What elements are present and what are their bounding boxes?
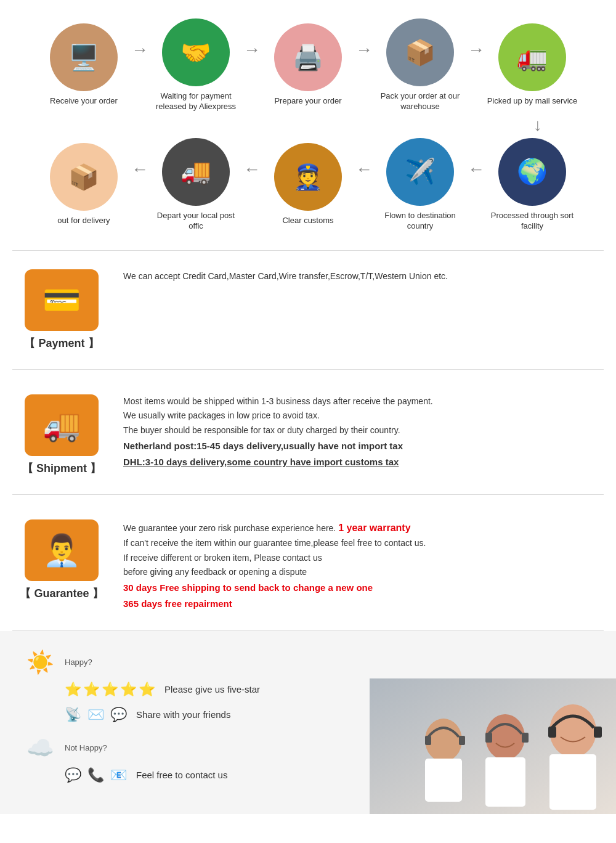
share-row: 📡 ✉️ 💬 Share with your friends (25, 707, 591, 723)
guarantee-line4: before giving any feedback or opening a … (123, 567, 307, 577)
not-happy-row: ☁️ Not Happy? (25, 735, 591, 761)
arrow-left-2: ← (243, 160, 261, 179)
arrow-left-3: ← (355, 160, 373, 179)
guarantee-red1: 30 days Free shipping to send back to ch… (123, 582, 373, 593)
star-icons: ⭐ ⭐ ⭐ ⭐ ⭐ (65, 682, 155, 698)
shipment-section: 🚚 【 Shipment 】 Most items would be shipp… (0, 376, 616, 494)
shipment-content: Most items would be shipped within 1-3 b… (123, 394, 598, 470)
happy-label: Happy? (65, 658, 92, 667)
arrow-down: ↓ (12, 115, 604, 135)
process-icon-7: 🚚 (162, 138, 230, 206)
contact-row: 💬 📞 📧 Feel free to contact us (25, 767, 591, 783)
guarantee-icon: 👨‍💼 (25, 519, 99, 581)
process-section: 🖥️ Receive your order → 🤝 Waiting for pa… (0, 0, 616, 238)
share-icon-1: 📡 (65, 707, 81, 723)
guarantee-content: We guarantee your zero risk purchase exp… (123, 519, 598, 612)
process-item-2: 🤝 Waiting for payment released by Aliexp… (150, 18, 242, 112)
process-icon-9: ✈️ (386, 138, 454, 206)
arrow-left-1: ← (131, 160, 148, 179)
process-label-3: Prepare your order (274, 96, 341, 107)
star-text: Please give us five-star (164, 684, 260, 694)
shipment-icon-block: 🚚 【 Shipment 】 (18, 394, 105, 476)
contact-icons: 💬 📞 📧 (65, 767, 127, 783)
feedback-left: ☀️ Happy? ⭐ ⭐ ⭐ ⭐ ⭐ Please give us five-… (25, 650, 591, 796)
payment-section: 💳 【 Payment 】 We can accept Credit Card,… (0, 251, 616, 369)
process-icon-6: 📦 (50, 143, 118, 211)
share-icon-3: 💬 (110, 707, 127, 723)
process-row-1: 🖥️ Receive your order → 🤝 Waiting for pa… (12, 18, 604, 112)
shipment-icon: 🚚 (25, 394, 99, 456)
process-label-4: Pack your order at our warehouse (374, 91, 466, 112)
shipment-line4: Netherland post:15-45 days delivery,usua… (123, 441, 403, 451)
contact-text: Feel free to contact us (136, 770, 227, 780)
guarantee-line3: If receive different or broken item, Ple… (123, 553, 322, 563)
process-label-6: out for delivery (57, 216, 110, 226)
process-label-8: Clear customs (282, 216, 333, 226)
payment-icon: 💳 (25, 269, 99, 331)
process-item-1: 🖥️ Receive your order (38, 23, 130, 107)
payment-label: 【 Payment 】 (24, 336, 99, 351)
feedback-section: ☀️ Happy? ⭐ ⭐ ⭐ ⭐ ⭐ Please give us five-… (0, 631, 616, 814)
process-item-6: 📦 out for delivery (38, 143, 130, 226)
process-item-4: 📦 Pack your order at our warehouse (374, 18, 466, 112)
process-item-5: 🚛 Picked up by mail service (486, 23, 578, 107)
arrow-right-3: → (355, 40, 373, 60)
payment-content: We can accept Credit Card,Master Card,Wi… (123, 269, 598, 284)
process-label-2: Waiting for payment released by Aliexpre… (150, 91, 242, 112)
process-item-8: 👮 Clear customs (262, 143, 354, 226)
star-3: ⭐ (102, 682, 118, 698)
svg-rect-13 (594, 727, 602, 738)
shipment-line3: The buyer should be responsible for tax … (123, 425, 400, 435)
payment-text: We can accept Credit Card,Master Card,Wi… (123, 271, 448, 281)
process-label-1: Receive your order (50, 96, 118, 107)
star-1: ⭐ (65, 682, 81, 698)
process-label-5: Picked up by mail service (487, 96, 578, 107)
contact-icon-3: 📧 (110, 767, 127, 783)
arrow-right-4: → (468, 40, 485, 60)
guarantee-line2: If can't receive the item within our gua… (123, 538, 426, 548)
shipment-line2: We usually write packages in low price t… (123, 410, 320, 420)
share-icon-2: ✉️ (87, 707, 104, 723)
process-label-9: Flown to destination country (374, 211, 466, 232)
process-icon-1: 🖥️ (50, 23, 118, 91)
process-item-9: ✈️ Flown to destination country (374, 138, 466, 232)
guarantee-label: 【 Guarantee 】 (20, 586, 103, 601)
contact-icon-1: 💬 (65, 767, 81, 783)
not-happy-cloud-icon: ☁️ (25, 735, 55, 761)
process-icon-3: 🖨️ (274, 23, 342, 91)
guarantee-section: 👨‍💼 【 Guarantee 】 We guarantee your zero… (0, 501, 616, 630)
guarantee-icon-block: 👨‍💼 【 Guarantee 】 (18, 519, 105, 601)
process-item-7: 🚚 Depart your local post offic (150, 138, 242, 232)
star-5: ⭐ (139, 682, 155, 698)
guarantee-intro: We guarantee your zero risk purchase exp… (123, 523, 336, 533)
guarantee-warranty: 1 year warranty (338, 523, 410, 533)
star-2: ⭐ (83, 682, 100, 698)
shipment-line1: Most items would be shipped within 1-3 b… (123, 396, 433, 406)
arrow-right-1: → (131, 40, 148, 60)
star-4: ⭐ (120, 682, 137, 698)
stars-row: ⭐ ⭐ ⭐ ⭐ ⭐ Please give us five-star (25, 682, 591, 698)
process-icon-4: 📦 (386, 18, 454, 86)
guarantee-red2: 365 days free repairment (123, 598, 232, 609)
process-icon-5: 🚛 (498, 23, 566, 91)
process-item-10: 🌍 Processed through sort facility (486, 138, 578, 232)
process-label-7: Depart your local post offic (150, 211, 242, 232)
process-icon-10: 🌍 (498, 138, 566, 206)
process-row-2: 📦 out for delivery ← 🚚 Depart your local… (12, 138, 604, 232)
process-item-3: 🖨️ Prepare your order (262, 23, 354, 107)
shipment-line5: DHL:3-10 days delivery,some country have… (123, 457, 399, 467)
happy-sun-icon: ☀️ (25, 650, 55, 675)
arrow-left-4: ← (468, 160, 485, 179)
process-icon-8: 👮 (274, 143, 342, 211)
shipment-label: 【 Shipment 】 (22, 461, 101, 476)
process-label-10: Processed through sort facility (486, 211, 578, 232)
share-text: Share with your friends (136, 709, 230, 720)
not-happy-label: Not Happy? (65, 743, 107, 752)
contact-icon-2: 📞 (87, 767, 104, 783)
arrow-right-2: → (243, 40, 261, 60)
happy-row: ☀️ Happy? (25, 650, 591, 675)
share-icons: 📡 ✉️ 💬 (65, 707, 127, 723)
payment-icon-block: 💳 【 Payment 】 (18, 269, 105, 351)
process-icon-2: 🤝 (162, 18, 230, 86)
